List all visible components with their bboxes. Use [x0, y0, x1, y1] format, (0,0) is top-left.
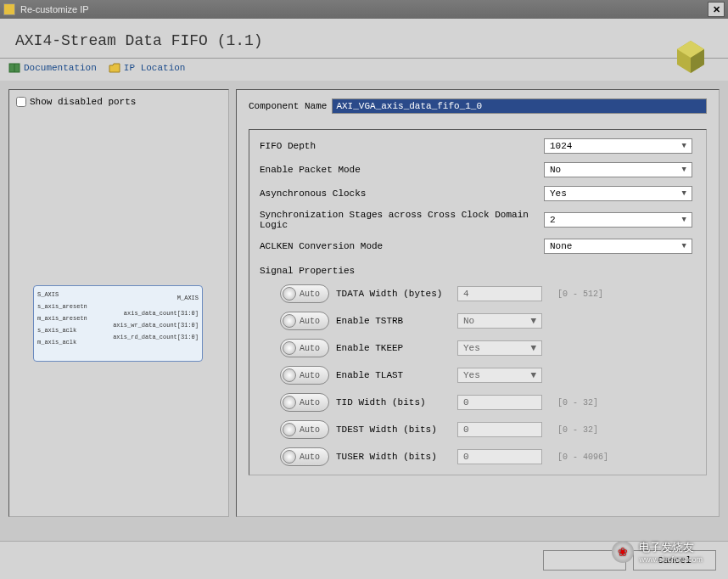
sig-tdest-width: Auto TDEST Width (bits) 0 [0 - 32]	[280, 420, 696, 439]
ip-location-link[interactable]: IP Location	[109, 62, 186, 74]
header: AXI4-Stream Data FIFO (1.1)	[0, 19, 728, 59]
chevron-down-icon: ▼	[682, 166, 686, 174]
tkeep-select[interactable]: Yes▼	[457, 340, 542, 356]
folder-icon	[109, 62, 120, 74]
prop-async-clocks: Asynchronous Clocks Yes▼	[260, 186, 696, 201]
watermark: ❀ 电子发烧友 www.elecfans.com	[612, 540, 703, 564]
tlast-select[interactable]: Yes▼	[457, 368, 542, 383]
signal-properties-header: Signal Properties	[260, 266, 696, 276]
book-icon	[8, 62, 20, 74]
async-clocks-select[interactable]: Yes▼	[544, 186, 692, 201]
port-s-aclk: s_axis_aclk	[37, 327, 76, 334]
watermark-url: www.elecfans.com	[639, 555, 703, 564]
auto-toggle[interactable]: Auto	[280, 447, 329, 466]
port-s-aresetn: s_axis_aresetn	[37, 303, 87, 310]
prop-fifo-depth: FIFO Depth 1024▼	[260, 138, 696, 154]
prop-packet-mode: Enable Packet Mode No▼	[260, 162, 696, 177]
properties-area: FIFO Depth 1024▼ Enable Packet Mode No▼ …	[249, 129, 707, 475]
tdest-width-input[interactable]: 0	[457, 422, 542, 437]
sig-tkeep: Auto Enable TKEEP Yes▼	[280, 339, 696, 357]
aclken-mode-select[interactable]: None▼	[544, 239, 692, 254]
port-m-aresetn: m_axis_aresetn	[37, 315, 87, 322]
titlebar: Re-customize IP ✕	[0, 0, 728, 19]
show-disabled-ports-checkbox[interactable]	[16, 97, 26, 107]
sig-tlast: Auto Enable TLAST Yes▼	[280, 366, 696, 385]
tstrb-select[interactable]: No▼	[457, 313, 542, 329]
page-title: AXI4-Stream Data FIFO (1.1)	[15, 32, 713, 49]
auto-toggle[interactable]: Auto	[280, 339, 329, 357]
window-icon	[3, 3, 15, 15]
chevron-down-icon: ▼	[530, 343, 536, 353]
auto-toggle[interactable]: Auto	[280, 366, 329, 385]
port-m-aclk: m_axis_aclk	[37, 339, 76, 346]
component-name-label: Component Name	[249, 101, 327, 111]
sig-tid-width: Auto TID Width (bits) 0 [0 - 32]	[280, 393, 696, 412]
vendor-logo-icon	[674, 39, 708, 73]
documentation-link[interactable]: Documentation	[8, 62, 97, 74]
component-name-row: Component Name	[249, 98, 707, 114]
close-button[interactable]: ✕	[708, 2, 725, 17]
auto-toggle[interactable]: Auto	[280, 420, 329, 439]
content: Show disabled ports S_AXIS s_axis_areset…	[0, 81, 728, 526]
toggle-knob-icon	[283, 287, 296, 301]
chevron-down-icon: ▼	[682, 242, 686, 250]
watermark-text: 电子发烧友	[639, 540, 703, 555]
port-rd-data-count: axis_rd_data_count[31:0]	[113, 334, 199, 340]
sync-stages-select[interactable]: 2▼	[544, 212, 692, 228]
port-wr-data-count: axis_wr_data_count[31:0]	[113, 322, 199, 329]
auto-toggle[interactable]: Auto	[280, 393, 329, 412]
toggle-knob-icon	[283, 341, 296, 355]
auto-toggle[interactable]: Auto	[280, 284, 329, 303]
chevron-down-icon: ▼	[530, 316, 536, 326]
watermark-icon: ❀	[612, 541, 634, 563]
chevron-down-icon: ▼	[682, 216, 686, 224]
sig-tdata-width: Auto TDATA Width (bytes) 4 [0 - 512]	[280, 284, 696, 303]
packet-mode-select[interactable]: No▼	[544, 162, 692, 177]
toggle-knob-icon	[283, 423, 296, 436]
chevron-down-icon: ▼	[682, 142, 686, 150]
chevron-down-icon: ▼	[530, 370, 536, 380]
prop-sync-stages: Synchronization Stages across Cross Cloc…	[260, 210, 696, 230]
tid-width-input[interactable]: 0	[457, 395, 542, 410]
window-title: Re-customize IP	[20, 4, 708, 14]
config-panel: Component Name FIFO Depth 1024▼ Enable P…	[236, 89, 720, 517]
tdata-width-input[interactable]: 4	[457, 286, 542, 301]
component-name-input[interactable]	[332, 98, 707, 114]
prop-aclken-mode: ACLKEN Conversion Mode None▼	[260, 239, 696, 254]
port-m-axis: M_AXIS	[177, 295, 199, 301]
auto-toggle[interactable]: Auto	[280, 312, 329, 330]
port-data-count: axis_data_count[31:0]	[124, 310, 199, 317]
toggle-knob-icon	[283, 450, 296, 464]
show-disabled-ports-label: Show disabled ports	[30, 97, 136, 107]
sig-tuser-width: Auto TUSER Width (bits) 0 [0 - 4096]	[280, 447, 696, 466]
toolbar: Documentation IP Location	[0, 59, 728, 81]
tuser-width-input[interactable]: 0	[457, 449, 542, 464]
block-diagram[interactable]: S_AXIS s_axis_aresetn m_axis_aresetn s_a…	[33, 285, 203, 362]
toggle-knob-icon	[283, 314, 296, 328]
port-s-axis: S_AXIS	[37, 291, 59, 298]
annotation-arrow-icon	[387, 188, 540, 189]
fifo-depth-select[interactable]: 1024▼	[544, 138, 692, 154]
show-disabled-ports-row: Show disabled ports	[16, 97, 221, 107]
ports-panel: Show disabled ports S_AXIS s_axis_areset…	[8, 89, 229, 517]
toggle-knob-icon	[283, 396, 296, 409]
chevron-down-icon: ▼	[682, 189, 686, 198]
sig-tstrb: Auto Enable TSTRB No▼	[280, 312, 696, 330]
toggle-knob-icon	[283, 368, 296, 382]
